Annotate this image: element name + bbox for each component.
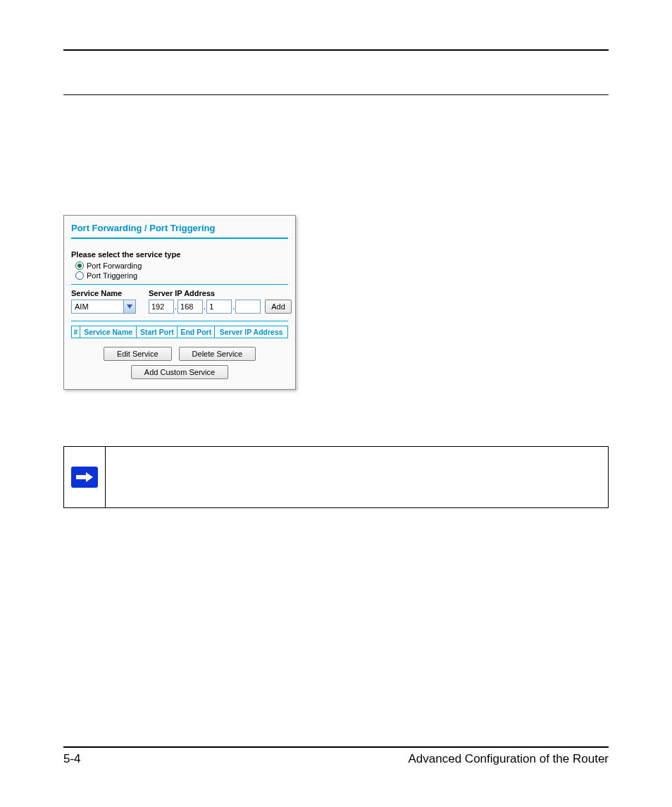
ip-octet-2[interactable]: 168 xyxy=(178,300,203,314)
panel-title: Port Forwarding / Port Triggering xyxy=(71,223,288,233)
add-button[interactable]: Add xyxy=(265,300,292,314)
add-custom-service-button[interactable]: Add Custom Service xyxy=(131,365,228,379)
top-rule-1 xyxy=(63,49,609,51)
radio-icon xyxy=(75,261,84,270)
col-server-ip: Server IP Address xyxy=(215,326,288,338)
chevron-down-icon xyxy=(123,300,135,313)
arrow-right-icon xyxy=(71,467,98,488)
panel-separator-2 xyxy=(71,284,288,285)
table-row: # Service Name Start Port End Port Serve… xyxy=(72,326,288,338)
radio-label: Port Triggering xyxy=(87,271,137,280)
page-number: 5-4 xyxy=(63,752,81,766)
page-footer: 5-4 Advanced Configuration of the Router xyxy=(63,746,609,766)
col-service-name: Service Name xyxy=(80,326,137,338)
svg-rect-1 xyxy=(76,475,86,479)
services-table: # Service Name Start Port End Port Serve… xyxy=(71,326,288,338)
server-ip-label: Server IP Address xyxy=(149,289,292,297)
service-name-label: Service Name xyxy=(71,289,136,297)
svg-marker-2 xyxy=(86,472,93,482)
section-title: Advanced Configuration of the Router xyxy=(409,752,609,766)
col-hash: # xyxy=(72,326,80,338)
radio-icon xyxy=(75,271,84,280)
radio-port-forwarding[interactable]: Port Forwarding xyxy=(75,261,288,270)
col-start-port: Start Port xyxy=(137,326,178,338)
note-box xyxy=(63,446,609,508)
panel-separator-1 xyxy=(71,238,288,239)
ip-octet-3[interactable]: 1 xyxy=(206,300,232,314)
footer-rule xyxy=(63,746,609,748)
ip-octet-1[interactable]: 192 xyxy=(149,300,174,314)
top-rule-2 xyxy=(63,94,609,95)
service-type-label: Please select the service type xyxy=(71,250,288,259)
service-name-value: AIM xyxy=(75,302,89,311)
delete-service-button[interactable]: Delete Service xyxy=(179,347,256,361)
note-body xyxy=(106,447,608,507)
svg-marker-0 xyxy=(127,304,132,309)
service-name-select[interactable]: AIM xyxy=(71,300,136,314)
radio-port-triggering[interactable]: Port Triggering xyxy=(75,271,288,280)
edit-service-button[interactable]: Edit Service xyxy=(104,347,172,361)
panel-separator-3 xyxy=(71,321,288,321)
col-end-port: End Port xyxy=(178,326,215,338)
radio-label: Port Forwarding xyxy=(87,261,142,270)
ip-octet-4[interactable] xyxy=(235,300,261,314)
port-forwarding-panel: Port Forwarding / Port Triggering Please… xyxy=(63,215,296,390)
note-icon-cell xyxy=(64,447,106,507)
